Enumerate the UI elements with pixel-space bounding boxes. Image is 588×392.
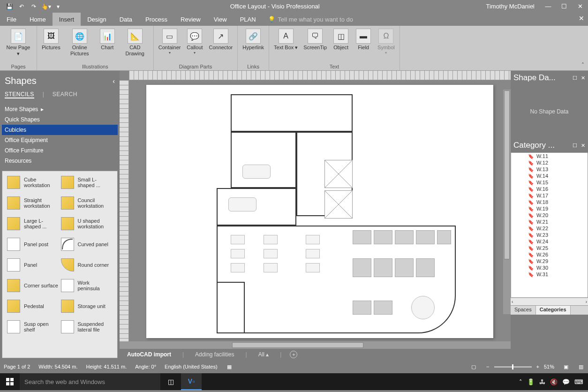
screentip-button[interactable]: 🗨ScreenTip	[302, 27, 329, 51]
tray-notifications-icon[interactable]: 💬	[562, 378, 570, 385]
shapes-collapse-button[interactable]: ‹	[113, 77, 115, 85]
shape-data-close-icon[interactable]: ✕	[581, 75, 585, 81]
close-window-button[interactable]: ✕	[572, 0, 588, 13]
shape-item[interactable]: Panel post	[6, 237, 60, 252]
category-close-icon[interactable]: ✕	[581, 143, 585, 149]
presentation-mode-icon[interactable]: ▢	[470, 364, 477, 370]
maximize-button[interactable]: ☐	[556, 0, 572, 13]
scroll-left-icon[interactable]: ‹	[512, 299, 513, 304]
category-item[interactable]: W.17	[511, 192, 588, 199]
zoom-in-button[interactable]: +	[535, 364, 540, 369]
status-page[interactable]: Page 1 of 2	[4, 364, 30, 369]
switch-windows-icon[interactable]: ▥	[578, 364, 584, 370]
zoom-percentage[interactable]: 51%	[544, 364, 554, 369]
shape-item[interactable]: Susp open shelf	[6, 319, 60, 334]
callout-button[interactable]: 💬Callout▾	[184, 27, 205, 55]
shape-item[interactable]: Storage unit	[60, 299, 114, 314]
shape-item[interactable]: Panel	[6, 257, 60, 272]
category-maximize-icon[interactable]: ☐	[573, 143, 577, 149]
macro-recording-icon[interactable]: ▦	[226, 364, 233, 370]
shape-item[interactable]: Straight workstation	[6, 196, 60, 211]
container-button[interactable]: ▭Container▾	[157, 27, 183, 55]
cad-drawing-button[interactable]: 📐CAD Drawing	[120, 27, 151, 57]
online-pictures-button[interactable]: 🌐Online Pictures	[64, 27, 95, 57]
scroll-right-icon[interactable]: ›	[586, 299, 587, 304]
category-item[interactable]: W.19	[511, 205, 588, 212]
user-name[interactable]: Timothy McDaniel	[486, 3, 535, 10]
category-item[interactable]: W.25	[511, 245, 588, 251]
category-item[interactable]: W.15	[511, 179, 588, 186]
shape-item[interactable]: Round corner	[60, 257, 114, 272]
category-item[interactable]: W.31	[511, 271, 588, 278]
page-tab-adding-facilities[interactable]: Adding facilities	[192, 350, 237, 359]
tab-home[interactable]: Home	[23, 13, 53, 26]
ribbon-collapse-button[interactable]: ˄	[581, 62, 584, 68]
save-button[interactable]: 💾	[4, 1, 15, 12]
category-item[interactable]: W.22	[511, 225, 588, 232]
tray-keyboard-icon[interactable]: ⌨	[574, 378, 583, 385]
tray-volume-icon[interactable]: 🔇	[550, 378, 558, 385]
category-tab-spaces[interactable]: Spaces	[511, 306, 536, 315]
redo-button[interactable]: ↷	[28, 1, 39, 12]
drawing-canvas[interactable]	[129, 80, 511, 341]
category-item[interactable]: W.21	[511, 219, 588, 225]
touch-mode-button[interactable]: 👆▾	[40, 1, 52, 12]
tray-chevron-icon[interactable]: ˄	[519, 378, 522, 385]
category-item[interactable]: W.16	[511, 186, 588, 192]
taskbar-search[interactable]: Search the web and Windows	[20, 373, 160, 390]
shape-data-maximize-icon[interactable]: ☐	[573, 75, 577, 81]
zoom-slider[interactable]	[494, 366, 532, 368]
category-item[interactable]: W.11	[511, 153, 588, 159]
shape-item[interactable]: Cube workstation	[6, 175, 60, 190]
start-button[interactable]	[0, 373, 20, 390]
category-item[interactable]: W.13	[511, 166, 588, 173]
tab-data[interactable]: Data	[113, 13, 139, 26]
stencil-cubicles[interactable]: Cubicles	[2, 125, 118, 135]
shape-item[interactable]: Work peninsula	[60, 278, 114, 293]
category-item[interactable]: W.12	[511, 159, 588, 166]
tell-me-search[interactable]: 💡 Tell me what you want to do	[268, 16, 353, 23]
category-list[interactable]: W.11W.12W.13W.14W.15W.16W.17W.18W.19W.20…	[511, 152, 588, 298]
close-secondary-button[interactable]: ✕	[579, 15, 584, 22]
tab-plan[interactable]: PLAN	[234, 13, 263, 26]
category-item[interactable]: W.24	[511, 238, 588, 245]
vertical-scrollbar[interactable]	[503, 90, 511, 314]
minimize-button[interactable]: —	[540, 0, 556, 13]
taskbar-visio-icon[interactable]: V▫	[181, 373, 202, 390]
status-language[interactable]: English (United States)	[165, 364, 218, 369]
page-tab-all[interactable]: All ▴	[256, 350, 272, 359]
shapes-tab-stencils[interactable]: STENCILS	[5, 91, 34, 98]
floor-plan[interactable]	[156, 94, 484, 329]
add-page-button[interactable]: +	[290, 351, 297, 358]
new-page-button[interactable]: 📄 New Page ▾	[3, 27, 34, 57]
field-button[interactable]: ▬Field	[353, 27, 374, 51]
category-tab-categories[interactable]: Categories	[536, 306, 571, 315]
shape-item[interactable]: Suspended lateral file	[60, 319, 114, 334]
shape-item[interactable]: Corner surface	[6, 278, 60, 293]
tray-battery-icon[interactable]: 🔋	[527, 378, 535, 385]
stencil-office-furniture[interactable]: Office Furniture	[2, 145, 118, 156]
horizontal-ruler[interactable]	[129, 71, 511, 80]
more-shapes-button[interactable]: More Shapes▸	[2, 104, 118, 114]
category-item[interactable]: W.18	[511, 199, 588, 205]
stencil-quick-shapes[interactable]: Quick Shapes	[2, 114, 118, 125]
category-item[interactable]: W.29	[511, 258, 588, 264]
zoom-out-button[interactable]: −	[485, 364, 490, 369]
tab-design[interactable]: Design	[81, 13, 113, 26]
tray-network-icon[interactable]: 🖧	[539, 378, 545, 385]
tab-file[interactable]: File	[0, 13, 23, 26]
undo-button[interactable]: ↶	[16, 1, 27, 12]
shape-item[interactable]: Small L-shaped ...	[60, 175, 114, 190]
page-tab-autocad-import[interactable]: AutoCAD import	[124, 350, 174, 359]
symbol-button[interactable]: ΩSymbol▾	[376, 27, 397, 55]
stencil-resources[interactable]: Resources	[2, 156, 118, 166]
tab-view[interactable]: View	[207, 13, 234, 26]
category-item[interactable]: W.20	[511, 212, 588, 219]
shape-item[interactable]: Council workstation	[60, 196, 114, 211]
shape-item[interactable]: Pedestal	[6, 299, 60, 314]
connector-button[interactable]: ↗Connector	[207, 27, 234, 51]
horizontal-scrollbar[interactable]	[120, 341, 511, 349]
shape-item[interactable]: U shaped workstation	[60, 216, 114, 231]
vertical-ruler[interactable]	[120, 80, 129, 341]
fit-page-icon[interactable]: ▣	[563, 364, 569, 370]
